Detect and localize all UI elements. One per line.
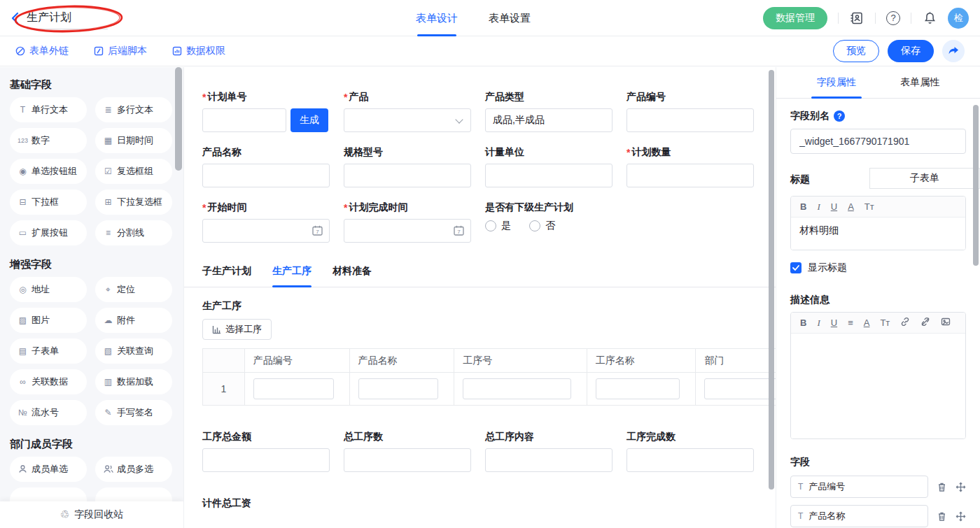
sidebar-item-attachment[interactable]: ☁附件	[95, 308, 172, 333]
field-plan-finish-time[interactable]: *计划完成时间 7	[344, 201, 485, 243]
plan-finish-time-input[interactable]	[344, 219, 471, 243]
unit-input[interactable]	[485, 164, 612, 187]
font-size-icon[interactable]: Tт	[864, 201, 874, 212]
form-title[interactable]: 生产计划	[27, 10, 71, 25]
font-color-icon[interactable]: A	[864, 317, 870, 328]
sidebar-item-checkbox-group[interactable]: ☑复选框组	[95, 159, 172, 184]
contacts-book-icon[interactable]	[849, 10, 864, 26]
sidebar-item-signature[interactable]: ✎手写签名	[95, 400, 172, 425]
sidebar-item-linked-data[interactable]: ∞关联数据	[10, 369, 87, 394]
tab-material-preparation[interactable]: 材料准备	[332, 265, 372, 287]
start-time-input[interactable]	[202, 219, 330, 243]
delete-field-icon[interactable]	[937, 511, 947, 522]
sidebar-item-radio-group[interactable]: ◉单选按钮组	[10, 159, 87, 184]
field-product[interactable]: *产品	[344, 91, 485, 132]
tab-field-properties[interactable]: 字段属性	[813, 67, 860, 98]
product-select[interactable]	[344, 108, 471, 132]
inspector-scrollbar[interactable]	[973, 105, 979, 266]
field-product-type[interactable]: 产品类型	[485, 91, 626, 132]
tab-form-settings[interactable]: 表单设置	[489, 0, 531, 36]
sidebar-item-member-single[interactable]: 成员单选	[10, 457, 87, 482]
product-name-input[interactable]	[202, 164, 330, 187]
field-process-finished-count[interactable]: 工序完成数	[626, 431, 768, 472]
sidebar-item-extend-button[interactable]: ▭扩展按钮	[10, 220, 87, 245]
sidebar-item-dropdown[interactable]: ⊟下拉框	[10, 190, 87, 215]
title-editor-content[interactable]: 材料明细	[791, 217, 965, 250]
insert-link-icon[interactable]	[900, 317, 910, 329]
generate-button[interactable]: 生成	[290, 108, 328, 132]
spec-model-input[interactable]	[344, 164, 471, 187]
sidebar-item-multi-line-text[interactable]: ≣多行文本	[95, 97, 172, 122]
sidebar-item-number[interactable]: 123数字	[10, 128, 87, 153]
sidebar-item-location[interactable]: ⌖定位	[95, 277, 172, 302]
cell-product-code-input[interactable]	[253, 378, 334, 399]
save-button[interactable]: 保存	[888, 40, 934, 62]
field-total-process-count[interactable]: 总工序数	[344, 431, 485, 472]
move-field-icon[interactable]	[955, 511, 966, 522]
cell-process-no-input[interactable]	[463, 378, 571, 399]
preview-button[interactable]: 预览	[833, 40, 879, 62]
font-size-icon[interactable]: Tт	[880, 317, 890, 328]
help-icon[interactable]: ?	[834, 110, 845, 122]
sidebar-item-divider[interactable]: ≡分割线	[95, 220, 172, 245]
field-unit[interactable]: 计量单位	[485, 146, 626, 187]
data-manage-button[interactable]: 数据管理	[763, 7, 827, 29]
tab-form-properties[interactable]: 表单属性	[896, 67, 944, 98]
external-link-item[interactable]: 表单外链	[15, 45, 69, 57]
delete-field-icon[interactable]	[937, 482, 947, 492]
plan-no-input[interactable]	[202, 108, 286, 132]
sidebar-item-image[interactable]: ▨图片	[10, 308, 87, 333]
process-finished-count-input[interactable]	[626, 448, 754, 472]
underline-icon[interactable]: U	[831, 317, 837, 328]
sidebar-item-single-line-text[interactable]: T单行文本	[10, 97, 87, 122]
help-icon[interactable]: ?	[886, 11, 900, 25]
tab-production-process[interactable]: 生产工序	[272, 265, 312, 287]
field-recycle-bin[interactable]: ♲ 字段回收站	[0, 501, 183, 528]
checkbox-checked-icon[interactable]	[790, 262, 802, 273]
backend-script-item[interactable]: 后端脚本	[94, 45, 147, 57]
back-icon[interactable]	[11, 12, 19, 27]
underline-icon[interactable]: U	[831, 201, 837, 212]
cell-product-name-input[interactable]	[358, 378, 439, 399]
sidebar-item-linked-query[interactable]: ▧关联查询	[95, 338, 172, 364]
bold-icon[interactable]: B	[800, 201, 806, 212]
italic-icon[interactable]: I	[817, 317, 820, 329]
bold-icon[interactable]: B	[800, 317, 806, 328]
sidebar-item-datetime[interactable]: ▦日期时间	[95, 128, 172, 153]
field-alias-input[interactable]	[790, 129, 966, 154]
notification-bell-icon[interactable]	[922, 10, 937, 26]
field-product-name[interactable]: 产品名称	[202, 146, 344, 187]
field-item-product-name[interactable]: T产品名称	[790, 505, 928, 527]
product-code-input[interactable]	[626, 108, 754, 132]
field-start-time[interactable]: *开始时间 7	[202, 201, 344, 243]
canvas-scrollbar[interactable]	[769, 70, 774, 490]
font-color-icon[interactable]: A	[848, 201, 854, 212]
sidebar-scrollbar[interactable]	[175, 67, 182, 171]
field-product-code[interactable]: 产品编号	[626, 91, 768, 132]
plan-qty-input[interactable]	[626, 164, 754, 187]
sidebar-item-multi-dropdown[interactable]: ⊞下拉复选框	[95, 190, 172, 215]
italic-icon[interactable]: I	[817, 201, 820, 213]
sidebar-item-subform[interactable]: ▤子表单	[10, 338, 87, 364]
align-icon[interactable]: ≡	[848, 317, 853, 328]
tab-sub-production-plan[interactable]: 子生产计划	[202, 265, 251, 287]
radio-yes[interactable]: 是	[485, 220, 511, 232]
field-spec-model[interactable]: 规格型号	[344, 146, 485, 187]
show-title-checkbox-row[interactable]: 显示标题	[790, 262, 966, 274]
field-total-process-content[interactable]: 总工序内容	[485, 431, 626, 472]
cell-department-input[interactable]	[704, 378, 776, 399]
field-process-total-amount[interactable]: 工序总金额	[202, 431, 344, 472]
remove-link-icon[interactable]	[920, 317, 930, 329]
move-field-icon[interactable]	[955, 482, 966, 492]
sidebar-item-data-load[interactable]: ▥数据加载	[95, 369, 172, 394]
user-avatar[interactable]: 检	[948, 8, 969, 29]
process-total-amount-input[interactable]	[202, 448, 330, 472]
radio-no[interactable]: 否	[529, 220, 555, 232]
tab-form-design[interactable]: 表单设计	[416, 0, 458, 36]
field-item-product-code[interactable]: T产品编号	[790, 476, 928, 498]
share-button[interactable]	[942, 40, 965, 62]
cell-process-name-input[interactable]	[596, 378, 680, 399]
total-process-count-input[interactable]	[344, 448, 471, 472]
sidebar-item-serial-number[interactable]: №流水号	[10, 400, 87, 425]
field-plan-no[interactable]: *计划单号 生成	[202, 91, 344, 132]
